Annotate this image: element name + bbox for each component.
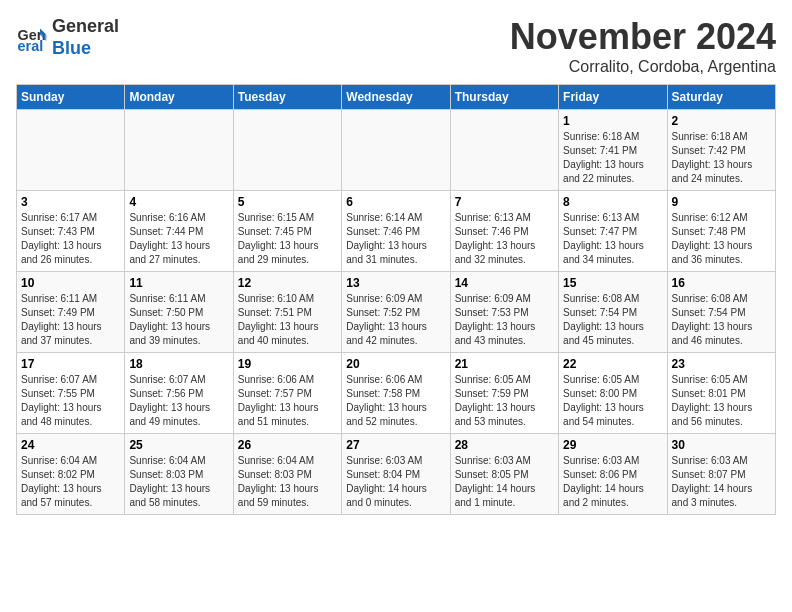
day-number: 16 bbox=[672, 276, 771, 290]
logo: Gen eral General Blue bbox=[16, 16, 119, 59]
day-info: Sunrise: 6:03 AM Sunset: 8:07 PM Dayligh… bbox=[672, 454, 771, 510]
calendar-title: November 2024 bbox=[510, 16, 776, 58]
day-number: 7 bbox=[455, 195, 554, 209]
day-cell: 21Sunrise: 6:05 AM Sunset: 7:59 PM Dayli… bbox=[450, 353, 558, 434]
day-of-week-header: Sunday bbox=[17, 85, 125, 110]
day-number: 19 bbox=[238, 357, 337, 371]
day-cell: 23Sunrise: 6:05 AM Sunset: 8:01 PM Dayli… bbox=[667, 353, 775, 434]
week-row: 3Sunrise: 6:17 AM Sunset: 7:43 PM Daylig… bbox=[17, 191, 776, 272]
day-info: Sunrise: 6:03 AM Sunset: 8:06 PM Dayligh… bbox=[563, 454, 662, 510]
day-cell: 11Sunrise: 6:11 AM Sunset: 7:50 PM Dayli… bbox=[125, 272, 233, 353]
day-cell: 20Sunrise: 6:06 AM Sunset: 7:58 PM Dayli… bbox=[342, 353, 450, 434]
day-cell: 19Sunrise: 6:06 AM Sunset: 7:57 PM Dayli… bbox=[233, 353, 341, 434]
day-cell: 25Sunrise: 6:04 AM Sunset: 8:03 PM Dayli… bbox=[125, 434, 233, 515]
day-number: 12 bbox=[238, 276, 337, 290]
day-info: Sunrise: 6:04 AM Sunset: 8:02 PM Dayligh… bbox=[21, 454, 120, 510]
day-info: Sunrise: 6:10 AM Sunset: 7:51 PM Dayligh… bbox=[238, 292, 337, 348]
day-info: Sunrise: 6:11 AM Sunset: 7:49 PM Dayligh… bbox=[21, 292, 120, 348]
day-cell: 22Sunrise: 6:05 AM Sunset: 8:00 PM Dayli… bbox=[559, 353, 667, 434]
day-number: 30 bbox=[672, 438, 771, 452]
day-info: Sunrise: 6:05 AM Sunset: 8:01 PM Dayligh… bbox=[672, 373, 771, 429]
day-info: Sunrise: 6:11 AM Sunset: 7:50 PM Dayligh… bbox=[129, 292, 228, 348]
day-number: 18 bbox=[129, 357, 228, 371]
day-cell: 6Sunrise: 6:14 AM Sunset: 7:46 PM Daylig… bbox=[342, 191, 450, 272]
day-number: 4 bbox=[129, 195, 228, 209]
day-info: Sunrise: 6:18 AM Sunset: 7:41 PM Dayligh… bbox=[563, 130, 662, 186]
day-cell: 30Sunrise: 6:03 AM Sunset: 8:07 PM Dayli… bbox=[667, 434, 775, 515]
day-cell: 8Sunrise: 6:13 AM Sunset: 7:47 PM Daylig… bbox=[559, 191, 667, 272]
day-info: Sunrise: 6:18 AM Sunset: 7:42 PM Dayligh… bbox=[672, 130, 771, 186]
day-cell: 29Sunrise: 6:03 AM Sunset: 8:06 PM Dayli… bbox=[559, 434, 667, 515]
day-cell: 17Sunrise: 6:07 AM Sunset: 7:55 PM Dayli… bbox=[17, 353, 125, 434]
day-info: Sunrise: 6:07 AM Sunset: 7:55 PM Dayligh… bbox=[21, 373, 120, 429]
day-cell bbox=[125, 110, 233, 191]
day-number: 28 bbox=[455, 438, 554, 452]
day-number: 11 bbox=[129, 276, 228, 290]
day-cell: 7Sunrise: 6:13 AM Sunset: 7:46 PM Daylig… bbox=[450, 191, 558, 272]
day-cell: 15Sunrise: 6:08 AM Sunset: 7:54 PM Dayli… bbox=[559, 272, 667, 353]
day-number: 14 bbox=[455, 276, 554, 290]
day-cell: 13Sunrise: 6:09 AM Sunset: 7:52 PM Dayli… bbox=[342, 272, 450, 353]
day-info: Sunrise: 6:06 AM Sunset: 7:58 PM Dayligh… bbox=[346, 373, 445, 429]
day-cell bbox=[17, 110, 125, 191]
day-number: 25 bbox=[129, 438, 228, 452]
day-cell: 26Sunrise: 6:04 AM Sunset: 8:03 PM Dayli… bbox=[233, 434, 341, 515]
day-cell: 27Sunrise: 6:03 AM Sunset: 8:04 PM Dayli… bbox=[342, 434, 450, 515]
calendar-table: SundayMondayTuesdayWednesdayThursdayFrid… bbox=[16, 84, 776, 515]
day-number: 6 bbox=[346, 195, 445, 209]
header-row: SundayMondayTuesdayWednesdayThursdayFrid… bbox=[17, 85, 776, 110]
day-info: Sunrise: 6:09 AM Sunset: 7:52 PM Dayligh… bbox=[346, 292, 445, 348]
day-info: Sunrise: 6:04 AM Sunset: 8:03 PM Dayligh… bbox=[238, 454, 337, 510]
day-number: 20 bbox=[346, 357, 445, 371]
logo-text: General Blue bbox=[52, 16, 119, 59]
day-number: 17 bbox=[21, 357, 120, 371]
week-row: 10Sunrise: 6:11 AM Sunset: 7:49 PM Dayli… bbox=[17, 272, 776, 353]
day-cell: 14Sunrise: 6:09 AM Sunset: 7:53 PM Dayli… bbox=[450, 272, 558, 353]
day-number: 26 bbox=[238, 438, 337, 452]
day-info: Sunrise: 6:08 AM Sunset: 7:54 PM Dayligh… bbox=[672, 292, 771, 348]
day-cell: 16Sunrise: 6:08 AM Sunset: 7:54 PM Dayli… bbox=[667, 272, 775, 353]
day-cell: 10Sunrise: 6:11 AM Sunset: 7:49 PM Dayli… bbox=[17, 272, 125, 353]
day-cell: 2Sunrise: 6:18 AM Sunset: 7:42 PM Daylig… bbox=[667, 110, 775, 191]
calendar-subtitle: Corralito, Cordoba, Argentina bbox=[510, 58, 776, 76]
day-cell bbox=[342, 110, 450, 191]
day-of-week-header: Wednesday bbox=[342, 85, 450, 110]
day-cell: 12Sunrise: 6:10 AM Sunset: 7:51 PM Dayli… bbox=[233, 272, 341, 353]
day-cell: 4Sunrise: 6:16 AM Sunset: 7:44 PM Daylig… bbox=[125, 191, 233, 272]
week-row: 24Sunrise: 6:04 AM Sunset: 8:02 PM Dayli… bbox=[17, 434, 776, 515]
day-info: Sunrise: 6:15 AM Sunset: 7:45 PM Dayligh… bbox=[238, 211, 337, 267]
day-number: 5 bbox=[238, 195, 337, 209]
day-info: Sunrise: 6:05 AM Sunset: 8:00 PM Dayligh… bbox=[563, 373, 662, 429]
day-cell: 18Sunrise: 6:07 AM Sunset: 7:56 PM Dayli… bbox=[125, 353, 233, 434]
day-info: Sunrise: 6:17 AM Sunset: 7:43 PM Dayligh… bbox=[21, 211, 120, 267]
day-info: Sunrise: 6:04 AM Sunset: 8:03 PM Dayligh… bbox=[129, 454, 228, 510]
header: Gen eral General Blue November 2024 Corr… bbox=[16, 16, 776, 76]
day-number: 3 bbox=[21, 195, 120, 209]
day-number: 1 bbox=[563, 114, 662, 128]
day-info: Sunrise: 6:12 AM Sunset: 7:48 PM Dayligh… bbox=[672, 211, 771, 267]
day-info: Sunrise: 6:03 AM Sunset: 8:05 PM Dayligh… bbox=[455, 454, 554, 510]
day-number: 22 bbox=[563, 357, 662, 371]
day-cell bbox=[450, 110, 558, 191]
day-number: 27 bbox=[346, 438, 445, 452]
day-of-week-header: Thursday bbox=[450, 85, 558, 110]
day-number: 8 bbox=[563, 195, 662, 209]
title-section: November 2024 Corralito, Cordoba, Argent… bbox=[510, 16, 776, 76]
day-cell: 24Sunrise: 6:04 AM Sunset: 8:02 PM Dayli… bbox=[17, 434, 125, 515]
logo-icon: Gen eral bbox=[16, 22, 48, 54]
day-info: Sunrise: 6:07 AM Sunset: 7:56 PM Dayligh… bbox=[129, 373, 228, 429]
day-info: Sunrise: 6:09 AM Sunset: 7:53 PM Dayligh… bbox=[455, 292, 554, 348]
day-of-week-header: Monday bbox=[125, 85, 233, 110]
day-info: Sunrise: 6:08 AM Sunset: 7:54 PM Dayligh… bbox=[563, 292, 662, 348]
day-cell: 9Sunrise: 6:12 AM Sunset: 7:48 PM Daylig… bbox=[667, 191, 775, 272]
day-cell: 3Sunrise: 6:17 AM Sunset: 7:43 PM Daylig… bbox=[17, 191, 125, 272]
day-number: 2 bbox=[672, 114, 771, 128]
day-of-week-header: Tuesday bbox=[233, 85, 341, 110]
day-number: 9 bbox=[672, 195, 771, 209]
day-number: 29 bbox=[563, 438, 662, 452]
day-of-week-header: Saturday bbox=[667, 85, 775, 110]
day-number: 21 bbox=[455, 357, 554, 371]
day-info: Sunrise: 6:05 AM Sunset: 7:59 PM Dayligh… bbox=[455, 373, 554, 429]
day-cell: 1Sunrise: 6:18 AM Sunset: 7:41 PM Daylig… bbox=[559, 110, 667, 191]
day-info: Sunrise: 6:14 AM Sunset: 7:46 PM Dayligh… bbox=[346, 211, 445, 267]
